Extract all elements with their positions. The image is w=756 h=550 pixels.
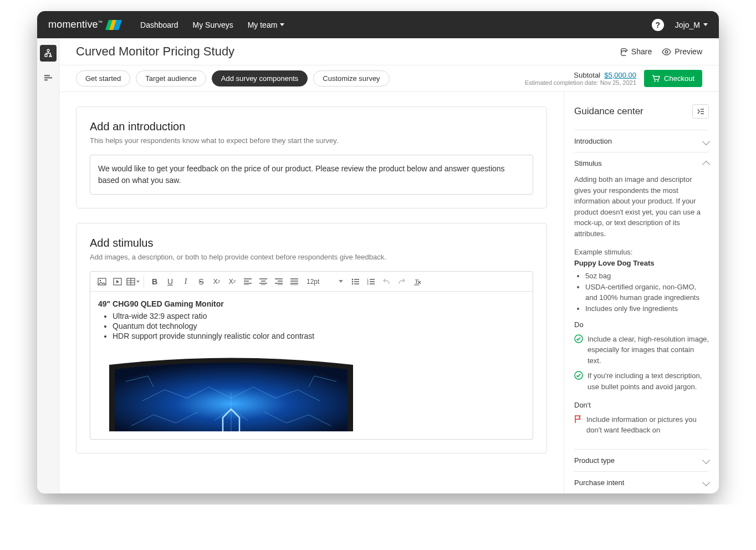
eye-icon <box>662 48 671 56</box>
brand-logo[interactable]: momentive™ <box>48 19 120 30</box>
accordion-introduction[interactable]: Introduction <box>574 130 709 152</box>
clear-format-icon: T <box>413 278 422 286</box>
bullet-list-icon <box>351 278 359 285</box>
toolbar-strikethrough[interactable]: S <box>194 274 208 289</box>
toolbar-bold[interactable]: B <box>147 274 162 289</box>
align-center-icon <box>259 278 267 285</box>
nav-my-surveys[interactable]: My Surveys <box>193 21 233 29</box>
undo-icon <box>382 278 390 285</box>
toolbar-italic[interactable]: I <box>178 274 193 289</box>
toolbar-undo[interactable] <box>379 274 394 289</box>
stimulus-subtitle: Add images, a description, or both to he… <box>90 253 533 261</box>
step-add-components[interactable]: Add survey components <box>212 70 308 86</box>
editor-toolbar: B U I S X2 X2 12pt <box>90 272 533 292</box>
accordion-product-type[interactable]: Product type <box>574 450 709 471</box>
page-header: Curved Monitor Pricing Study Share Previ… <box>59 38 719 65</box>
structure-icon <box>44 49 53 58</box>
stimulus-card: Add stimulus Add images, a description, … <box>76 223 547 454</box>
check-circle-icon <box>574 334 583 343</box>
number-list-icon: 123 <box>367 278 375 285</box>
bar-chart-icon <box>44 73 53 82</box>
side-rail <box>37 38 59 493</box>
svg-marker-12 <box>116 280 119 283</box>
chevron-down-icon <box>702 456 710 464</box>
svg-point-10 <box>100 279 101 281</box>
guidance-sidebar: Guidance center Introduction St <box>564 92 719 493</box>
stimulus-title: Add stimulus <box>90 237 533 249</box>
toolbar-image[interactable] <box>95 274 109 289</box>
product-bullet: HDR support provide stunningly realistic… <box>113 332 525 340</box>
svg-point-16 <box>352 283 354 284</box>
svg-rect-5 <box>44 79 48 81</box>
toolbar-align-right[interactable] <box>272 274 286 289</box>
toolbar-align-center[interactable] <box>256 274 270 289</box>
topbar: momentive™ Dashboard My Surveys My team … <box>37 11 719 38</box>
estimated-date: Estimated completion date: Nov 25, 2021 <box>525 79 636 86</box>
toolbar-align-justify[interactable] <box>287 274 302 289</box>
toolbar-video[interactable] <box>110 274 125 289</box>
svg-point-15 <box>352 281 354 282</box>
chevron-down-icon <box>702 137 710 145</box>
momentive-logo-icon <box>107 20 120 30</box>
help-icon[interactable]: ? <box>652 19 664 31</box>
guidance-title: Guidance center <box>574 106 643 117</box>
chevron-up-icon <box>702 160 710 168</box>
checkout-button[interactable]: Checkout <box>644 70 702 87</box>
editor-content[interactable]: 49" CHG90 QLED Gaming Monitor Ultra-wide… <box>90 292 533 439</box>
intro-title: Add an introduction <box>90 120 533 133</box>
toolbar-subscript[interactable]: X2 <box>225 274 239 289</box>
chevron-down-icon <box>702 478 710 486</box>
toolbar-underline[interactable]: U <box>163 274 177 289</box>
image-icon <box>98 278 106 286</box>
toolbar-table[interactable] <box>126 274 140 289</box>
chevron-down-icon <box>703 23 708 26</box>
preview-button[interactable]: Preview <box>662 47 702 56</box>
cart-icon <box>652 74 660 83</box>
introduction-card: Add an introduction This helps your resp… <box>76 106 547 208</box>
toolbar-font-size[interactable]: 12pt <box>303 275 347 288</box>
align-justify-icon <box>290 278 298 285</box>
step-target-audience[interactable]: Target audience <box>136 70 206 86</box>
check-circle-icon <box>574 371 583 380</box>
toolbar-redo[interactable] <box>395 274 409 289</box>
guidance-collapse-button[interactable] <box>692 104 709 119</box>
video-icon <box>113 278 122 286</box>
intro-subtitle: This helps your respondents know what to… <box>90 136 533 145</box>
svg-text:3: 3 <box>367 282 369 285</box>
product-bullet: Quantum dot technology <box>113 322 525 330</box>
svg-point-8 <box>657 80 658 82</box>
share-icon <box>620 48 628 56</box>
content-main: Add an introduction This helps your resp… <box>59 92 564 493</box>
toolbar-number-list[interactable]: 123 <box>364 274 378 289</box>
user-menu[interactable]: Jojo_M <box>675 21 708 29</box>
product-title: 49" CHG90 QLED Gaming Monitor <box>98 299 525 308</box>
nav-my-team[interactable]: My team <box>248 21 285 29</box>
accordion-stimulus[interactable]: Stimulus <box>574 152 709 174</box>
subtotal-box: Subtotal $5,000.00 Estimated completion … <box>525 71 636 86</box>
toolbar-bullet-list[interactable] <box>348 274 362 289</box>
toolbar-align-left[interactable] <box>241 274 255 289</box>
toolbar-superscript[interactable]: X2 <box>210 274 224 289</box>
subtotal-amount[interactable]: $5,000.00 <box>604 71 636 79</box>
rail-item-structure[interactable] <box>40 45 57 62</box>
subtotal-label: Subtotal <box>574 71 600 79</box>
toolbar-clear-format[interactable]: T <box>410 274 425 289</box>
rail-item-results[interactable] <box>40 69 57 86</box>
step-customize[interactable]: Customize survey <box>313 70 389 86</box>
align-right-icon <box>275 278 283 285</box>
flag-icon <box>574 415 582 424</box>
svg-point-6 <box>665 50 668 53</box>
accordion-stimulus-body: Adding both an image and descriptor give… <box>574 174 709 449</box>
svg-rect-4 <box>44 77 52 79</box>
svg-marker-2 <box>49 54 52 57</box>
svg-point-0 <box>47 49 49 52</box>
step-get-started[interactable]: Get started <box>76 70 130 86</box>
share-button[interactable]: Share <box>620 47 652 56</box>
align-left-icon <box>244 278 252 285</box>
rich-text-editor[interactable]: B U I S X2 X2 12pt <box>90 271 533 440</box>
redo-icon <box>398 278 406 285</box>
nav-dashboard[interactable]: Dashboard <box>140 21 178 29</box>
collapse-icon <box>697 108 704 115</box>
accordion-purchase-intent[interactable]: Purchase intent <box>574 472 709 493</box>
intro-textarea[interactable]: We would like to get your feedback on th… <box>90 155 533 195</box>
